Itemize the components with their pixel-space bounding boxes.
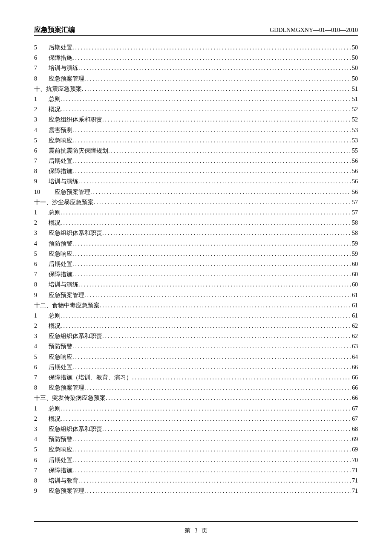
toc-page-number: 67 (351, 416, 358, 422)
toc-page-number: 56 (351, 158, 358, 164)
toc-number: 6 (34, 364, 49, 370)
toc-page-number: 61 (351, 303, 358, 309)
toc-row: 7后期处置56 (34, 158, 358, 164)
toc-number: 2 (34, 323, 49, 329)
toc-row: 7培训与演练50 (34, 65, 358, 71)
toc-leader-dots (90, 189, 351, 195)
toc-title: 应急响应 (49, 354, 72, 360)
toc-title: 保障措施 (49, 168, 72, 174)
toc-leader-dots (61, 323, 351, 329)
toc-number: 6 (34, 55, 49, 61)
toc-page-number: 51 (351, 96, 358, 102)
toc-number: 8 (34, 282, 49, 288)
toc-number: 1 (34, 210, 49, 216)
toc-title: 总则 (49, 406, 61, 412)
toc-title: 后期处置 (49, 158, 72, 164)
toc-page-number: 71 (351, 478, 358, 484)
toc-page-number: 66 (351, 375, 358, 381)
toc-row: 十三、突发传染病应急预案66 (34, 395, 358, 401)
toc-row: 8应急预案管理66 (34, 385, 358, 391)
toc-row: 8保障措施56 (34, 168, 358, 174)
toc-row: 5应急响应64 (34, 354, 358, 360)
toc-title: 应急组织体系和职责 (49, 333, 102, 339)
toc-leader-dots (106, 395, 351, 401)
toc-page-number: 55 (351, 148, 358, 154)
toc-page-number: 63 (351, 344, 358, 350)
toc-title: 预防预警 (49, 436, 72, 442)
toc-title: 保障措施（培训、教育、演习） (49, 375, 132, 381)
toc-row: 10应急预案管理56 (34, 189, 358, 195)
toc-row: 十二、食物中毒应急预案61 (34, 303, 358, 309)
toc-number: 5 (34, 447, 49, 453)
toc-title: 震前抗震防灾保障规划 (49, 148, 108, 154)
toc-row: 1总则57 (34, 210, 358, 216)
toc-number: 1 (34, 96, 49, 102)
toc-page-number: 59 (351, 241, 358, 247)
toc-title: 预防预警 (49, 241, 72, 247)
toc-leader-dots (61, 406, 351, 412)
toc-row: 6保障措施50 (34, 55, 358, 61)
toc-title: 应急响应 (49, 447, 72, 453)
toc-title: 概况 (49, 107, 61, 113)
toc-title: 震害预测 (49, 127, 72, 133)
toc-number: 3 (34, 333, 49, 339)
toc-number: 3 (34, 426, 49, 432)
toc-number: 十三、 (34, 395, 52, 401)
toc-leader-dots (61, 313, 351, 319)
toc-leader-dots (84, 76, 351, 82)
toc-number: 7 (34, 65, 49, 71)
toc-row: 4震害预测53 (34, 127, 358, 133)
toc-page-number: 57 (351, 199, 358, 205)
toc-page-number: 61 (351, 292, 358, 298)
toc-number: 5 (34, 251, 49, 257)
toc-row: 8应急预案管理50 (34, 76, 358, 82)
toc-row: 2概况67 (34, 416, 358, 422)
toc-page-number: 67 (351, 406, 358, 412)
toc-leader-dots (102, 117, 351, 123)
toc-row: 3应急组织体系和职责68 (34, 426, 358, 432)
toc-title: 应急预案管理 (55, 189, 90, 195)
toc-title: 培训与演练 (49, 179, 78, 185)
toc-number: 1 (34, 313, 49, 319)
toc-leader-dots (72, 55, 351, 61)
toc-title: 培训与教育 (49, 478, 78, 484)
toc-page-number: 69 (351, 436, 358, 442)
toc-leader-dots (72, 354, 351, 360)
toc-number: 5 (34, 138, 49, 144)
toc-row: 2概况52 (34, 107, 358, 113)
toc-leader-dots (72, 344, 351, 350)
toc-number: 7 (34, 375, 49, 381)
toc-leader-dots (61, 220, 351, 226)
toc-leader-dots (78, 179, 351, 185)
toc-row: 2概况58 (34, 220, 358, 226)
toc-page-number: 53 (351, 127, 358, 133)
toc-leader-dots (61, 107, 351, 113)
toc-row: 8培训与演练60 (34, 282, 358, 288)
toc-row: 8培训与教育71 (34, 478, 358, 484)
toc-title: 保障措施 (49, 272, 72, 278)
toc-row: 7保障措施71 (34, 468, 358, 474)
toc-page-number: 53 (351, 138, 358, 144)
toc-page-number: 60 (351, 261, 358, 267)
toc-page-number: 50 (351, 45, 358, 51)
toc-page-number: 70 (351, 457, 358, 463)
toc-title: 总则 (49, 313, 61, 319)
toc-number: 7 (34, 272, 49, 278)
toc-number: 9 (34, 488, 49, 494)
toc-number: 1 (34, 406, 49, 412)
toc-number: 8 (34, 168, 49, 174)
toc-page-number: 60 (351, 272, 358, 278)
toc-page-number: 69 (351, 447, 358, 453)
toc-number: 4 (34, 436, 49, 442)
toc-leader-dots (100, 303, 351, 309)
toc-page-number: 50 (351, 65, 358, 71)
toc-title: 应急组织体系和职责 (49, 230, 102, 236)
toc-number: 8 (34, 478, 49, 484)
toc-page-number: 50 (351, 55, 358, 61)
toc-number: 8 (34, 76, 49, 82)
toc-title: 保障措施 (49, 55, 72, 61)
toc-row: 5应急响应59 (34, 251, 358, 257)
toc-leader-dots (72, 251, 351, 257)
toc-leader-dots (72, 364, 351, 370)
toc-leader-dots (78, 282, 351, 288)
